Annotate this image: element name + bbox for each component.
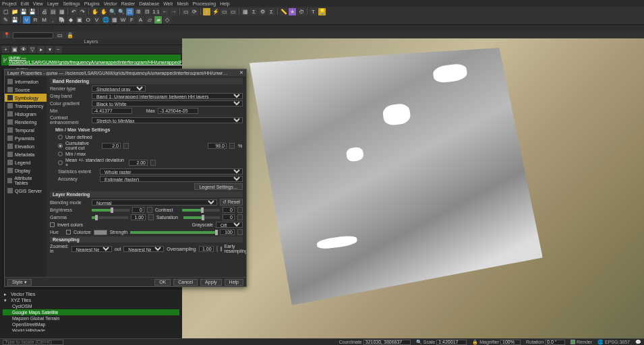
tree-mapzen[interactable]: Mapzen Global Terrain bbox=[3, 315, 179, 321]
nav-pyramids[interactable]: Pyramids bbox=[5, 134, 47, 142]
add-afs-icon[interactable]: A bbox=[137, 16, 144, 24]
layer-filter-icon[interactable]: ▽ bbox=[28, 46, 36, 53]
rotation-input[interactable] bbox=[545, 340, 565, 345]
locator-input[interactable] bbox=[3, 340, 63, 345]
invert-checkbox[interactable] bbox=[50, 222, 55, 227]
save-as-icon[interactable]: 💾 bbox=[28, 8, 36, 15]
add-oracle-icon[interactable]: O bbox=[84, 16, 92, 24]
reset-button[interactable]: ↺ Reset bbox=[220, 199, 243, 206]
spinner-icon[interactable] bbox=[237, 229, 243, 235]
nav-transparency[interactable]: Transparency bbox=[5, 102, 47, 110]
help-button[interactable]: Help bbox=[225, 279, 243, 286]
add-wfs-icon[interactable]: F bbox=[128, 16, 136, 24]
zoomed-in-select[interactable]: Nearest Neighbour bbox=[71, 246, 112, 252]
coord-capture-icon[interactable]: 📍 bbox=[3, 32, 10, 39]
tree-vector-tiles[interactable]: ▸Vector Tiles bbox=[3, 291, 179, 297]
coord-input[interactable] bbox=[13, 32, 53, 38]
new-geopackage-icon[interactable]: ▰ bbox=[154, 16, 162, 24]
add-mesh-icon[interactable]: M bbox=[40, 16, 48, 24]
render-type-select[interactable]: Singleband gray bbox=[92, 86, 146, 92]
spinner-icon[interactable] bbox=[216, 246, 218, 252]
menu-plugins[interactable]: Plugins bbox=[84, 1, 100, 6]
stats-icon[interactable]: Σ bbox=[268, 8, 275, 15]
nav-information[interactable]: Information bbox=[5, 77, 47, 86]
nav-attribute-tables[interactable]: Attribute Tables bbox=[5, 175, 47, 187]
legend-settings-button[interactable]: Legend Settings… bbox=[194, 183, 243, 190]
add-delimited-icon[interactable]: , bbox=[49, 16, 57, 24]
open-icon[interactable]: 📁 bbox=[11, 8, 18, 15]
gray-band-select[interactable]: Band 1: Unwrapped interferogram between … bbox=[92, 93, 243, 99]
save-edits-icon[interactable]: 💾 bbox=[11, 16, 18, 24]
saturation-value[interactable] bbox=[223, 214, 235, 220]
menu-edit[interactable]: Edit bbox=[21, 1, 29, 6]
zoom-out-icon[interactable]: 🔍 bbox=[117, 8, 125, 15]
menu-mesh[interactable]: Mesh bbox=[177, 1, 188, 6]
nav-source[interactable]: Source bbox=[5, 86, 47, 94]
tree-cyclosm[interactable]: CyclOSM bbox=[3, 303, 179, 309]
brightness-slider[interactable] bbox=[92, 209, 129, 212]
menu-web[interactable]: Web bbox=[163, 1, 173, 6]
close-icon[interactable]: ✕ bbox=[239, 70, 243, 75]
menu-layer[interactable]: Layer bbox=[47, 1, 59, 6]
colorize-swatch[interactable] bbox=[94, 230, 107, 235]
field-calc-icon[interactable]: Σ bbox=[250, 8, 258, 15]
color-gradient-select[interactable]: Black to White bbox=[92, 100, 243, 106]
stddev-input[interactable] bbox=[129, 160, 148, 166]
layer-group-icon[interactable]: ▣ bbox=[11, 46, 18, 53]
pan-icon[interactable]: ✋ bbox=[91, 8, 98, 15]
identify-icon[interactable]: i bbox=[203, 8, 210, 15]
messages-icon[interactable]: 💬 bbox=[635, 340, 641, 345]
nav-symbology[interactable]: Symbology bbox=[5, 94, 47, 102]
tree-osm[interactable]: OpenStreetMap bbox=[3, 321, 179, 327]
menu-database[interactable]: Database bbox=[139, 1, 159, 6]
colorize-checkbox[interactable] bbox=[66, 230, 71, 234]
menu-project[interactable]: Project bbox=[2, 1, 17, 6]
new-map-icon[interactable]: ▭ bbox=[182, 8, 189, 15]
zoom-next-icon[interactable]: → bbox=[170, 8, 177, 15]
nav-rendering[interactable]: Rendering bbox=[5, 118, 47, 126]
map-canvas[interactable] bbox=[182, 38, 644, 345]
add-xyz-icon[interactable]: ▦ bbox=[111, 16, 118, 24]
early-checkbox[interactable] bbox=[221, 247, 222, 251]
zoom-native-icon[interactable]: 1:1 bbox=[152, 8, 160, 15]
gamma-slider[interactable] bbox=[92, 216, 128, 219]
coord-lock-icon[interactable]: 🔒 bbox=[66, 32, 74, 39]
gamma-value[interactable] bbox=[131, 214, 146, 220]
nav-display[interactable]: Display bbox=[5, 166, 47, 175]
brightness-value[interactable] bbox=[132, 207, 144, 213]
temporal-icon[interactable]: ⏱ bbox=[297, 8, 305, 15]
zoom-last-icon[interactable]: ← bbox=[161, 8, 169, 15]
nav-qgis-server[interactable]: QGIS Server bbox=[5, 187, 47, 195]
layer-remove-icon[interactable]: − bbox=[55, 46, 62, 53]
strength-slider[interactable] bbox=[130, 231, 217, 234]
action-icon[interactable]: ⚡ bbox=[212, 8, 219, 15]
undo-icon[interactable]: ↶ bbox=[70, 8, 78, 15]
pan-selection-icon[interactable]: ✋ bbox=[100, 8, 107, 15]
print-icon[interactable]: 🖨 bbox=[40, 8, 48, 15]
layer-collapse-icon[interactable]: ▾ bbox=[46, 46, 53, 53]
style-button[interactable]: Style ▾ bbox=[7, 279, 32, 286]
cumulative-radio[interactable] bbox=[58, 144, 63, 148]
cum-hi-input[interactable] bbox=[208, 143, 227, 149]
nav-histogram[interactable]: Histogram bbox=[5, 110, 47, 118]
menu-view[interactable]: View bbox=[33, 1, 43, 6]
crs-label[interactable]: EPSG:3857 bbox=[605, 340, 630, 344]
refresh-icon[interactable]: ⟳ bbox=[191, 8, 198, 15]
ok-button[interactable]: OK bbox=[154, 279, 171, 286]
render-checkbox[interactable] bbox=[570, 340, 575, 344]
max-input[interactable] bbox=[158, 108, 198, 114]
menu-vector[interactable]: Vector bbox=[104, 1, 117, 6]
contrast-slider[interactable] bbox=[182, 209, 220, 212]
zoom-selection-icon[interactable]: ⊞ bbox=[135, 8, 142, 15]
add-wms-icon[interactable]: 🌐 bbox=[102, 16, 109, 24]
menu-help[interactable]: Help bbox=[220, 1, 229, 6]
cum-lo-input[interactable] bbox=[102, 143, 121, 149]
contrast-value[interactable] bbox=[223, 207, 235, 213]
deselect-icon[interactable]: ▭ bbox=[229, 8, 237, 15]
min-input[interactable] bbox=[92, 108, 132, 114]
add-spatialite-icon[interactable]: ◆ bbox=[67, 16, 74, 24]
apply-button[interactable]: Apply bbox=[200, 279, 222, 286]
spinner-icon[interactable] bbox=[237, 207, 243, 213]
nav-elevation[interactable]: Elevation bbox=[5, 142, 47, 150]
add-postgis-icon[interactable]: 🐘 bbox=[58, 16, 65, 24]
